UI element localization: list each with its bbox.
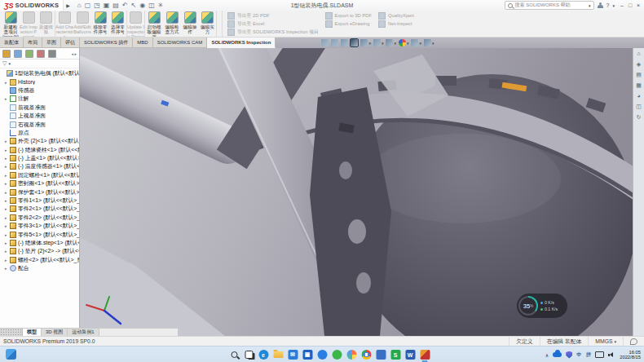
save-icon[interactable]: ▣ — [104, 0, 110, 11]
tab-SOLIDWORKS Inspection[interactable]: SOLIDWORKS Inspection — [207, 38, 276, 48]
apply-scene-icon[interactable]: ▾ — [411, 39, 421, 46]
ribbon-button[interactable]: 编辑实方 — [199, 11, 217, 37]
previous-view-icon[interactable] — [341, 39, 348, 46]
ribbon-button[interactable]: 编辑检查方式 — [163, 11, 181, 37]
edit-appearance-icon-caret[interactable]: ▾ — [407, 41, 409, 46]
view-palette-icon[interactable]: ▦ — [636, 82, 642, 89]
options-icon[interactable]: ✳ — [158, 0, 164, 11]
new-document-icon[interactable]: ▢ — [85, 0, 91, 11]
tree-item[interactable]: ▸History — [0, 77, 79, 86]
interference-check-icon[interactable]: ◉ — [139, 0, 145, 11]
displaymanager-tab[interactable] — [48, 50, 56, 58]
word-icon[interactable]: W — [404, 348, 417, 361]
appearances-icon[interactable]: ◕ — [637, 93, 640, 99]
store-icon[interactable]: ▣ — [302, 348, 314, 361]
tray-expand-icon[interactable]: ∧ — [545, 352, 549, 358]
tree-filter[interactable]: ▽ ▾ — [0, 60, 79, 68]
tag-indicator[interactable] — [623, 337, 644, 346]
tree-item[interactable]: 1型铠装热电偶 (默认<默认>_显示状态-1 — [0, 69, 79, 77]
ime-mode-indicator[interactable]: 中 — [576, 351, 582, 359]
tree-item[interactable]: ▸零件5<1> (默认<<默认>_显示状态 — [0, 230, 79, 238]
security-shield-icon[interactable] — [566, 351, 572, 359]
start-icon[interactable] — [214, 348, 226, 361]
ribbon-button[interactable]: 启动模板编辑器 — [145, 11, 163, 37]
units-selector[interactable]: MMGS ▾ — [588, 337, 623, 346]
lower-part[interactable] — [80, 237, 225, 336]
tree-item[interactable]: ▸零件2<1> (默认<<默认>_显示状态 — [0, 205, 79, 213]
ribbon-button[interactable]: 新建检查项目 (amp;N) — [2, 11, 20, 37]
minimize-button[interactable]: – — [618, 2, 626, 8]
cast-icon[interactable] — [595, 351, 604, 358]
tree-item[interactable]: ▸(-) 绝缘体.step<1> (默认<<默认 — [0, 239, 79, 247]
net-monitor-widget[interactable]: 35% 0 K/s 0.1 K/s — [517, 294, 567, 318]
tree-item[interactable]: ▸配合 — [0, 264, 79, 272]
onedrive-icon[interactable] — [553, 352, 562, 357]
zoom-area-icon[interactable] — [331, 39, 338, 46]
tree-item[interactable]: ▸零件2<2> (默认<<默认>_显示状态 — [0, 214, 79, 222]
edge-icon[interactable]: e — [258, 348, 270, 361]
display-settings-icon[interactable]: ◫ — [148, 0, 155, 11]
tab-布局[interactable]: 布局 — [24, 38, 42, 48]
tree-item[interactable]: ▸螺栓<2> (默认<<默认>_显示状态 — [0, 256, 79, 264]
ribbon-button[interactable]: 移除零件序号 — [91, 11, 109, 37]
search-caret-icon[interactable]: ▾ — [589, 3, 591, 8]
apply-scene-icon-caret[interactable]: ▾ — [419, 41, 421, 46]
menu-flyout-icon[interactable]: ▶ — [66, 2, 70, 8]
tree-item[interactable]: ▸注解 — [0, 95, 79, 103]
custom-properties-icon[interactable]: ◫ — [636, 104, 642, 110]
task-view-icon[interactable] — [243, 348, 255, 361]
tree-item[interactable]: ▸保护套<1> (默认<<默认>_显示状 — [0, 188, 79, 196]
tab-SOLIDWORKS 插件[interactable]: SOLIDWORKS 插件 — [80, 38, 133, 48]
tab-MBD[interactable]: MBD — [133, 38, 152, 48]
browser-colorful-icon[interactable] — [346, 348, 358, 361]
ribbon-button[interactable]: 编辑操作 — [181, 11, 199, 37]
widgets-icon[interactable] — [6, 349, 16, 360]
tree-item[interactable]: ▸零件1<1> (默认<<默认>_显示状态 — [0, 196, 79, 205]
section-view-icon[interactable] — [351, 39, 358, 46]
view-orientation-icon-caret[interactable]: ▾ — [368, 41, 371, 46]
tree-item[interactable]: ▸固定螺栓<1> (默认<<默认>_显示 — [0, 171, 79, 179]
tree-hscrollbar[interactable] — [0, 329, 23, 336]
clock[interactable]: 16:05 2022/8/15 — [620, 350, 641, 360]
view-tab-模型[interactable]: 模型 — [23, 329, 42, 336]
tree-item[interactable]: 传感器 — [0, 86, 79, 95]
design-library-icon[interactable]: ◈ — [637, 61, 641, 68]
graphics-viewport[interactable]: 35% 0 K/s 0.1 K/s — [80, 48, 633, 336]
search-icon[interactable] — [228, 348, 240, 361]
view-tab-3D 视图[interactable]: 3D 视图 — [42, 329, 68, 336]
phone-link-icon[interactable] — [375, 348, 387, 361]
chrome-icon[interactable] — [360, 348, 373, 361]
solidworks-taskbar-icon[interactable] — [419, 348, 431, 361]
view-settings-icon[interactable]: ▾ — [424, 39, 434, 46]
close-button[interactable]: × — [634, 2, 642, 8]
print-icon[interactable]: ▤ — [112, 0, 119, 11]
tree-item[interactable]: ▸(-) 绝缘瓷柱<1> (默认<<默认>_显 — [0, 146, 79, 154]
ime-lang-indicator[interactable]: 拼 — [586, 351, 592, 359]
open-icon[interactable]: ◳ — [94, 0, 100, 11]
propertymanager-tab[interactable] — [14, 50, 22, 58]
wps-icon[interactable]: S — [390, 348, 402, 361]
tree-item[interactable]: 原点 — [0, 129, 79, 137]
help-button[interactable]: ? — [607, 2, 610, 8]
view-settings-icon-caret[interactable]: ▾ — [432, 41, 434, 46]
zoom-fit-icon[interactable] — [321, 39, 329, 46]
resources-home-icon[interactable]: ⌂ — [637, 51, 640, 57]
app-blue-icon[interactable] — [316, 348, 329, 361]
display-style-icon-caret[interactable]: ▾ — [382, 41, 384, 46]
help-caret-icon[interactable]: ▾ — [612, 3, 615, 8]
forum-icon[interactable]: ↻ — [637, 114, 642, 121]
app-green-icon[interactable] — [331, 348, 343, 361]
file-explorer-icon[interactable] — [272, 348, 285, 361]
login-icon[interactable] — [598, 2, 603, 9]
volume-icon[interactable] — [608, 351, 615, 358]
panel-tab-scroll[interactable]: ◂ ▸ — [72, 51, 77, 56]
featuremanager-tab[interactable] — [2, 50, 11, 58]
hide-show-items-icon-caret[interactable]: ▾ — [394, 41, 396, 46]
restore-button[interactable]: □ — [626, 2, 634, 8]
tree-item[interactable]: 右视基准面 — [0, 120, 79, 128]
tab-草图[interactable]: 草图 — [42, 38, 61, 48]
dimxpertmanager-tab[interactable] — [37, 50, 45, 58]
tree-item[interactable]: 前视基准面 — [0, 104, 79, 112]
display-style-icon[interactable]: ▾ — [373, 39, 384, 46]
tab-SOLIDWORKS CAM[interactable]: SOLIDWORKS CAM — [153, 38, 208, 48]
